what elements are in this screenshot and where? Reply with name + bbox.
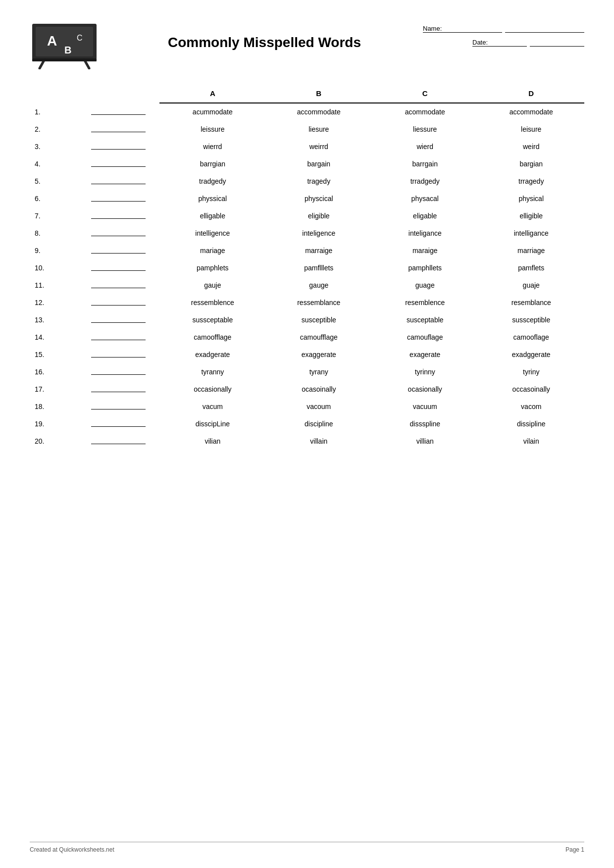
svg-text:A: A — [47, 33, 57, 49]
row-number: 2. — [30, 120, 77, 138]
row-number: 12. — [30, 294, 77, 311]
answer-blank[interactable] — [91, 263, 146, 271]
row-number: 4. — [30, 155, 77, 172]
answer-cell[interactable] — [77, 311, 159, 328]
table-row: 19.disscipLinedisciplinedisssplinedissip… — [30, 415, 584, 432]
answer-blank[interactable] — [91, 384, 146, 392]
answer-blank[interactable] — [91, 298, 146, 306]
cell-col-a: tradgedy — [159, 172, 265, 190]
date-blank[interactable] — [530, 39, 584, 47]
table-row: 6.physsicalphyscicalphysacalphysical — [30, 190, 584, 207]
table-row: 12.ressemblenceressemblanceresemblencere… — [30, 294, 584, 311]
row-number: 9. — [30, 242, 77, 259]
cell-col-d: tyriny — [478, 363, 584, 380]
answer-blank[interactable] — [91, 315, 146, 323]
table-row: 10.pamphletspamfllletspamphlletspamflets — [30, 259, 584, 276]
answer-blank[interactable] — [91, 350, 146, 357]
table-row: 5.tradgedytragedytrradgedytrragedy — [30, 172, 584, 190]
answer-cell[interactable] — [77, 415, 159, 432]
answer-blank[interactable] — [91, 176, 146, 184]
answer-cell[interactable] — [77, 242, 159, 259]
title-area: Commonly Misspelled Words — [109, 20, 420, 51]
col-header-a: A — [159, 86, 265, 103]
cell-col-d: physical — [478, 190, 584, 207]
answer-blank[interactable] — [91, 194, 146, 202]
answer-cell[interactable] — [77, 224, 159, 242]
answer-blank[interactable] — [91, 419, 146, 427]
col-header-b: B — [266, 86, 372, 103]
cell-col-d: camooflage — [478, 328, 584, 346]
col-header-num — [30, 86, 77, 103]
answer-blank[interactable] — [91, 107, 146, 115]
answer-cell[interactable] — [77, 190, 159, 207]
cell-col-d: weird — [478, 138, 584, 155]
answer-cell[interactable] — [77, 328, 159, 346]
answer-blank[interactable] — [91, 159, 146, 167]
cell-col-d: elligible — [478, 207, 584, 224]
cell-col-c: inteligance — [372, 224, 478, 242]
cell-col-a: barrgian — [159, 155, 265, 172]
row-number: 8. — [30, 224, 77, 242]
cell-col-c: wierd — [372, 138, 478, 155]
row-number: 14. — [30, 328, 77, 346]
svg-text:B: B — [64, 45, 71, 55]
answer-blank[interactable] — [91, 367, 146, 375]
row-number: 15. — [30, 346, 77, 363]
answer-cell[interactable] — [77, 155, 159, 172]
footer-right: Page 1 — [565, 846, 584, 853]
cell-col-c: villian — [372, 432, 478, 450]
answer-cell[interactable] — [77, 172, 159, 190]
answer-cell[interactable] — [77, 380, 159, 398]
name-blank[interactable] — [505, 25, 584, 33]
answer-blank[interactable] — [91, 402, 146, 409]
answer-cell[interactable] — [77, 432, 159, 450]
answer-blank[interactable] — [91, 228, 146, 236]
answer-cell[interactable] — [77, 346, 159, 363]
answer-blank[interactable] — [91, 142, 146, 150]
cell-col-a: sussceptable — [159, 311, 265, 328]
table-row: 2.leissureliesureliessureleisure — [30, 120, 584, 138]
answer-blank[interactable] — [91, 332, 146, 340]
cell-col-b: susceptible — [266, 311, 372, 328]
cell-col-c: susceptable — [372, 311, 478, 328]
answer-cell[interactable] — [77, 276, 159, 294]
answer-blank[interactable] — [91, 211, 146, 219]
row-number: 16. — [30, 363, 77, 380]
col-header-answer — [77, 86, 159, 103]
answer-blank[interactable] — [91, 246, 146, 254]
name-date-area: Name: Date: — [420, 20, 584, 47]
main-title: Commonly Misspelled Words — [109, 35, 420, 51]
col-header-d: D — [478, 86, 584, 103]
answer-cell[interactable] — [77, 120, 159, 138]
footer-left: Created at Quickworksheets.net — [30, 846, 114, 853]
answer-cell[interactable] — [77, 398, 159, 415]
cell-col-d: occasoinally — [478, 380, 584, 398]
cell-col-c: guage — [372, 276, 478, 294]
answer-cell[interactable] — [77, 259, 159, 276]
answer-cell[interactable] — [77, 294, 159, 311]
answer-blank[interactable] — [91, 436, 146, 444]
answer-cell[interactable] — [77, 103, 159, 120]
cell-col-c: maraige — [372, 242, 478, 259]
cell-col-a: vacum — [159, 398, 265, 415]
cell-col-b: gauge — [266, 276, 372, 294]
cell-col-b: vacoum — [266, 398, 372, 415]
cell-col-c: camouflage — [372, 328, 478, 346]
table-row: 4.barrgianbargainbarrgainbargian — [30, 155, 584, 172]
table-row: 3.wierrdweirrdwierdweird — [30, 138, 584, 155]
cell-col-d: vacom — [478, 398, 584, 415]
answer-blank[interactable] — [91, 124, 146, 132]
answer-cell[interactable] — [77, 138, 159, 155]
cell-col-d: accommodate — [478, 103, 584, 120]
cell-col-a: intelligence — [159, 224, 265, 242]
svg-rect-7 — [32, 58, 97, 61]
answer-blank[interactable] — [91, 280, 146, 288]
table-row: 20.vilianvillainvillianvilain — [30, 432, 584, 450]
answer-cell[interactable] — [77, 363, 159, 380]
row-number: 3. — [30, 138, 77, 155]
table-row: 17.occasionallyocasoinallyocasionallyocc… — [30, 380, 584, 398]
cell-col-d: vilain — [478, 432, 584, 450]
answer-cell[interactable] — [77, 207, 159, 224]
table-row: 13.sussceptablesusceptiblesusceptablesus… — [30, 311, 584, 328]
cell-col-a: elligable — [159, 207, 265, 224]
